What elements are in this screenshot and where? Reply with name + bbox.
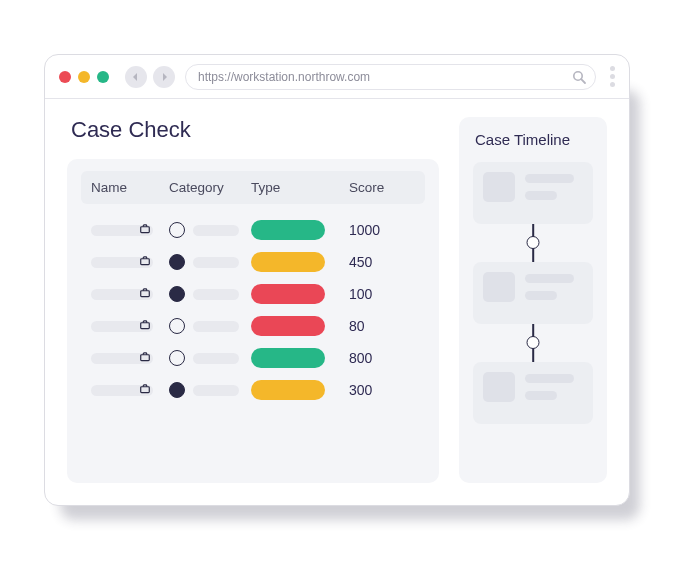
timeline-thumb [483, 372, 515, 402]
timeline-text-placeholder [525, 272, 583, 314]
timeline-text-placeholder [525, 172, 583, 214]
side-panel: Case Timeline [459, 117, 607, 483]
name-placeholder [91, 353, 153, 364]
svg-rect-3 [141, 259, 150, 265]
name-placeholder [91, 225, 153, 236]
svg-rect-6 [141, 355, 150, 361]
timeline-thumb [483, 172, 515, 202]
score-value: 80 [345, 318, 415, 334]
type-cell [251, 316, 345, 336]
traffic-lights [59, 71, 109, 83]
category-placeholder [193, 257, 239, 268]
score-value: 800 [345, 350, 415, 366]
browser-window: https://workstation.northrow.com Case Ch… [44, 54, 630, 506]
timeline-items [473, 162, 593, 424]
name-placeholder [91, 385, 153, 396]
main-panel: Case Check Name Category Type Score 1000… [67, 117, 439, 483]
col-score: Score [345, 180, 415, 195]
timeline-node-icon [527, 236, 540, 249]
timeline-title: Case Timeline [475, 131, 593, 148]
category-cell [169, 318, 251, 334]
maximize-window-button[interactable] [97, 71, 109, 83]
case-icon [139, 285, 149, 303]
case-icon [139, 349, 149, 367]
category-indicator-icon [169, 350, 185, 366]
category-indicator-icon [169, 382, 185, 398]
case-icon [139, 317, 149, 335]
timeline-item[interactable] [473, 162, 593, 224]
nav-buttons [125, 66, 175, 88]
timeline-node-icon [527, 336, 540, 349]
case-icon [139, 253, 149, 271]
category-indicator-icon [169, 222, 185, 238]
score-value: 450 [345, 254, 415, 270]
page-title: Case Check [71, 117, 439, 143]
timeline-card: Case Timeline [459, 117, 607, 483]
category-indicator-icon [169, 318, 185, 334]
type-badge [251, 220, 325, 240]
url-text: https://workstation.northrow.com [198, 70, 370, 84]
table-row[interactable]: 1000 [81, 214, 425, 246]
category-placeholder [193, 289, 239, 300]
table-row[interactable]: 100 [81, 278, 425, 310]
category-placeholder [193, 385, 239, 396]
table-row[interactable]: 450 [81, 246, 425, 278]
table-row[interactable]: 800 [81, 342, 425, 374]
category-cell [169, 382, 251, 398]
type-cell [251, 252, 345, 272]
svg-rect-4 [141, 291, 150, 297]
case-icon [139, 381, 149, 399]
svg-rect-7 [141, 387, 150, 393]
browser-chrome: https://workstation.northrow.com [45, 55, 629, 99]
timeline-item[interactable] [473, 262, 593, 324]
address-bar[interactable]: https://workstation.northrow.com [185, 64, 596, 90]
category-placeholder [193, 353, 239, 364]
svg-line-1 [581, 79, 585, 83]
score-value: 1000 [345, 222, 415, 238]
score-value: 300 [345, 382, 415, 398]
type-badge [251, 380, 325, 400]
category-placeholder [193, 225, 239, 236]
category-cell [169, 286, 251, 302]
back-button[interactable] [125, 66, 147, 88]
table-body: 100045010080800300 [81, 214, 425, 406]
type-cell [251, 348, 345, 368]
col-type: Type [251, 180, 345, 195]
case-table-card: Name Category Type Score 100045010080800… [67, 159, 439, 483]
type-cell [251, 220, 345, 240]
svg-rect-5 [141, 323, 150, 329]
case-icon [139, 221, 149, 239]
timeline-thumb [483, 272, 515, 302]
name-placeholder [91, 321, 153, 332]
minimize-window-button[interactable] [78, 71, 90, 83]
type-cell [251, 284, 345, 304]
category-cell [169, 222, 251, 238]
search-icon [571, 69, 587, 85]
category-cell [169, 350, 251, 366]
name-placeholder [91, 257, 153, 268]
name-placeholder [91, 289, 153, 300]
more-menu-button[interactable] [610, 66, 615, 87]
svg-rect-2 [141, 227, 150, 233]
table-row[interactable]: 80 [81, 310, 425, 342]
page-content: Case Check Name Category Type Score 1000… [45, 99, 629, 505]
close-window-button[interactable] [59, 71, 71, 83]
table-row[interactable]: 300 [81, 374, 425, 406]
score-value: 100 [345, 286, 415, 302]
category-indicator-icon [169, 254, 185, 270]
table-header-row: Name Category Type Score [81, 171, 425, 204]
forward-button[interactable] [153, 66, 175, 88]
col-category: Category [169, 180, 251, 195]
type-badge [251, 252, 325, 272]
timeline-text-placeholder [525, 372, 583, 414]
category-indicator-icon [169, 286, 185, 302]
type-badge [251, 284, 325, 304]
type-badge [251, 348, 325, 368]
type-cell [251, 380, 345, 400]
timeline-item[interactable] [473, 362, 593, 424]
category-cell [169, 254, 251, 270]
type-badge [251, 316, 325, 336]
category-placeholder [193, 321, 239, 332]
col-name: Name [91, 180, 169, 195]
